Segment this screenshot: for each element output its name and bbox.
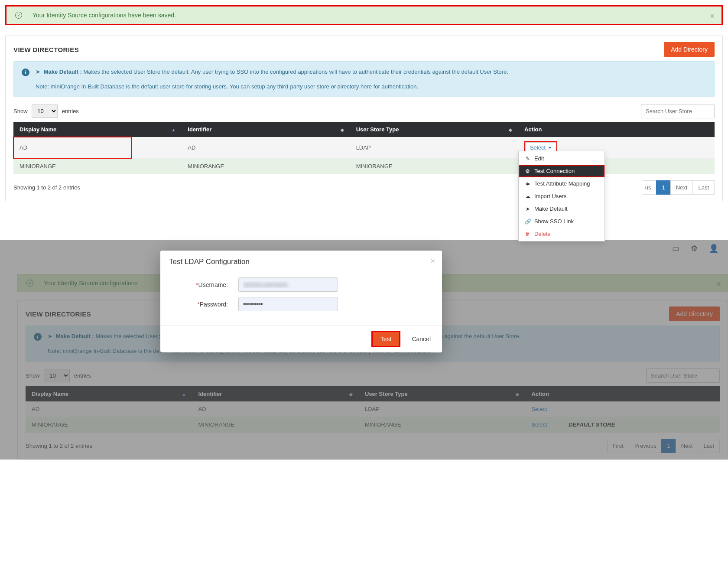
modal-screenshot: ▭ ⚙ 👤 ✓ Your Identity Source configurati… [0, 240, 728, 460]
cell-action: Select ✎ Edit [518, 137, 715, 159]
dropdown-import-users[interactable]: ☁ Import Users [519, 190, 604, 202]
search-input[interactable] [641, 104, 715, 118]
table-footer-info: Showing 1 to 2 of 2 entries [13, 184, 80, 191]
table-row: AD AD LDAP Select [13, 137, 715, 159]
entries-control: Show 10 entries [13, 104, 79, 118]
dropdown-delete[interactable]: 🗑 Delete [519, 228, 604, 240]
modal-close-icon[interactable]: × [430, 257, 435, 266]
cell-display-name: MINIORANGE [13, 159, 182, 174]
username-field[interactable] [238, 277, 338, 292]
show-label: Show [13, 108, 28, 114]
col-user-store-type[interactable]: User Store Type ◆ [350, 122, 518, 137]
mapping-icon: ≑ [525, 181, 531, 187]
dropdown-edit[interactable]: ✎ Edit [519, 152, 604, 165]
cursor-icon: ➤ [36, 68, 40, 75]
pager-prev-partial[interactable]: us [643, 180, 657, 195]
directories-table: Display Name ▲ Identifier ◆ User Store T… [13, 122, 715, 174]
action-dropdown: ✎ Edit ⚙ Test Connection ≑ Test Attribut… [518, 151, 605, 241]
alert-success: ✓ Your Identity Source configurations ha… [5, 5, 723, 25]
test-button[interactable]: Test [373, 332, 400, 346]
link-icon: 🔗 [525, 218, 531, 225]
cloud-upload-icon: ☁ [525, 193, 531, 199]
modal-title: Test LDAP Configuration [169, 258, 250, 266]
alert-close-icon[interactable]: × [710, 12, 715, 21]
pager: us 1 Next Last [643, 180, 715, 195]
col-identifier[interactable]: Identifier ◆ [182, 122, 350, 137]
password-label: *Password: [173, 301, 238, 308]
entries-label: entries [62, 108, 79, 114]
cell-display-name: AD [13, 137, 182, 159]
info-icon: i [22, 68, 29, 76]
test-ldap-modal: Test LDAP Configuration × *Username: *Pa… [160, 251, 442, 352]
info-box: i ➤ Make Default : Makes the selected Us… [13, 61, 715, 97]
username-label: *Username: [173, 281, 238, 288]
col-display-name[interactable]: Display Name ▲ [13, 122, 182, 137]
pager-next[interactable]: Next [670, 180, 693, 195]
info-make-default-text: Makes the selected User Store the defaul… [83, 68, 508, 75]
cell-identifier: AD [182, 137, 350, 159]
gears-icon: ⚙ [525, 168, 531, 174]
dropdown-make-default[interactable]: ➤ Make Default [519, 202, 604, 215]
pager-last[interactable]: Last [692, 180, 715, 195]
cell-user-store-type: MINIORANGE [350, 159, 518, 174]
password-field[interactable] [238, 297, 338, 311]
add-directory-button[interactable]: Add Directory [664, 42, 715, 57]
check-icon: ✓ [15, 12, 22, 19]
edit-icon: ✎ [525, 156, 531, 162]
caret-down-icon [548, 147, 552, 149]
info-make-default-label: Make Default : [44, 68, 82, 75]
dropdown-show-sso-link[interactable]: 🔗 Show SSO Link [519, 215, 604, 228]
dropdown-test-attribute-mapping[interactable]: ≑ Test Attribute Mapping [519, 177, 604, 190]
sort-icon: ◆ [509, 127, 512, 132]
cell-identifier: MINIORANGE [182, 159, 350, 174]
trash-icon: 🗑 [525, 231, 531, 237]
alert-message: Your Identity Source configurations have… [32, 12, 176, 19]
pager-page-1[interactable]: 1 [656, 180, 670, 195]
entries-select[interactable]: 10 [32, 104, 58, 118]
cell-user-store-type: LDAP [350, 137, 518, 159]
cancel-button[interactable]: Cancel [409, 335, 433, 343]
table-row: MINIORANGE MINIORANGE MINIORANGE [13, 159, 715, 174]
sort-asc-icon: ▲ [171, 127, 176, 132]
info-note: Note: miniOrange In-Built Database is th… [36, 82, 508, 91]
cursor-icon: ➤ [525, 206, 531, 212]
dropdown-test-connection[interactable]: ⚙ Test Connection [519, 165, 604, 177]
sort-icon: ◆ [341, 127, 344, 132]
panel-title: VIEW DIRECTORIES [13, 46, 79, 53]
col-action: Action [518, 122, 715, 137]
directories-panel: VIEW DIRECTORIES Add Directory i ➤ Make … [5, 36, 723, 201]
